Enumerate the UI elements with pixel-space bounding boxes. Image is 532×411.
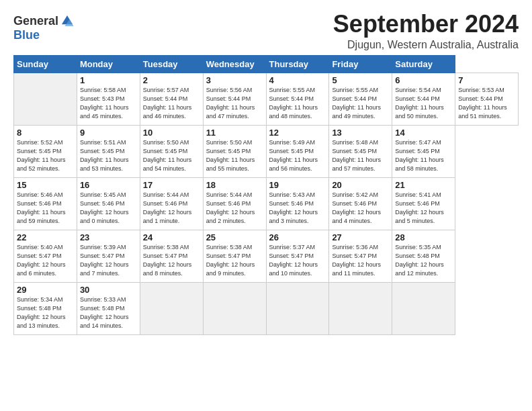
day-number: 14 <box>395 128 452 138</box>
day-info: Sunrise: 5:55 AMSunset: 5:44 PMDaylight:… <box>332 86 389 121</box>
day-info: Sunrise: 5:55 AMSunset: 5:44 PMDaylight:… <box>269 86 326 121</box>
page: General Blue September 2024 Djugun, West… <box>0 0 532 411</box>
day-number: 7 <box>458 75 515 85</box>
day-cell: 16Sunrise: 5:45 AMSunset: 5:46 PMDayligh… <box>77 177 140 230</box>
day-info: Sunrise: 5:43 AMSunset: 5:46 PMDaylight:… <box>269 191 326 226</box>
day-number: 28 <box>395 232 452 242</box>
day-cell: 1Sunrise: 5:58 AMSunset: 5:43 PMDaylight… <box>77 73 140 125</box>
day-cell: 20Sunrise: 5:42 AMSunset: 5:46 PMDayligh… <box>329 177 392 230</box>
day-cell <box>140 282 203 334</box>
calendar-table: SundayMondayTuesdayWednesdayThursdayFrid… <box>13 55 519 335</box>
day-number: 16 <box>80 180 137 190</box>
day-info: Sunrise: 5:57 AMSunset: 5:44 PMDaylight:… <box>143 86 200 121</box>
day-cell: 30Sunrise: 5:33 AMSunset: 5:48 PMDayligh… <box>77 282 140 334</box>
day-number: 24 <box>143 232 200 242</box>
day-info: Sunrise: 5:44 AMSunset: 5:46 PMDaylight:… <box>206 191 263 226</box>
day-number: 27 <box>332 232 389 242</box>
day-cell <box>329 282 392 334</box>
week-row-2: 8Sunrise: 5:52 AMSunset: 5:45 PMDaylight… <box>14 125 519 177</box>
day-cell: 10Sunrise: 5:50 AMSunset: 5:45 PMDayligh… <box>140 125 203 177</box>
day-info: Sunrise: 5:37 AMSunset: 5:47 PMDaylight:… <box>269 243 326 278</box>
day-number: 1 <box>80 75 137 85</box>
day-cell: 4Sunrise: 5:55 AMSunset: 5:44 PMDaylight… <box>266 73 329 125</box>
column-header-tuesday: Tuesday <box>140 55 203 73</box>
day-number: 15 <box>17 180 74 190</box>
day-cell: 21Sunrise: 5:41 AMSunset: 5:46 PMDayligh… <box>392 177 455 230</box>
day-info: Sunrise: 5:38 AMSunset: 5:47 PMDaylight:… <box>206 243 263 278</box>
day-info: Sunrise: 5:53 AMSunset: 5:44 PMDaylight:… <box>458 86 515 121</box>
column-header-monday: Monday <box>77 55 140 73</box>
day-number: 3 <box>206 75 263 85</box>
title-area: September 2024 Djugun, Western Australia… <box>333 11 519 51</box>
day-cell: 18Sunrise: 5:44 AMSunset: 5:46 PMDayligh… <box>203 177 266 230</box>
day-number: 29 <box>17 285 74 295</box>
day-info: Sunrise: 5:47 AMSunset: 5:45 PMDaylight:… <box>395 138 452 173</box>
day-number: 5 <box>332 75 389 85</box>
day-cell <box>392 282 455 334</box>
day-cell: 24Sunrise: 5:38 AMSunset: 5:47 PMDayligh… <box>140 230 203 282</box>
day-info: Sunrise: 5:35 AMSunset: 5:48 PMDaylight:… <box>395 243 452 278</box>
day-info: Sunrise: 5:36 AMSunset: 5:47 PMDaylight:… <box>332 243 389 278</box>
day-info: Sunrise: 5:50 AMSunset: 5:45 PMDaylight:… <box>143 138 200 173</box>
day-info: Sunrise: 5:45 AMSunset: 5:46 PMDaylight:… <box>80 191 137 226</box>
day-number: 21 <box>395 180 452 190</box>
week-row-1: 1Sunrise: 5:58 AMSunset: 5:43 PMDaylight… <box>14 73 519 125</box>
day-number: 13 <box>332 128 389 138</box>
day-cell: 3Sunrise: 5:56 AMSunset: 5:44 PMDaylight… <box>203 73 266 125</box>
logo-general-text: General <box>13 14 58 28</box>
column-header-saturday: Saturday <box>392 55 455 73</box>
day-cell: 11Sunrise: 5:50 AMSunset: 5:45 PMDayligh… <box>203 125 266 177</box>
day-number: 2 <box>143 75 200 85</box>
day-cell <box>203 282 266 334</box>
day-cell: 14Sunrise: 5:47 AMSunset: 5:45 PMDayligh… <box>392 125 455 177</box>
day-cell: 6Sunrise: 5:54 AMSunset: 5:44 PMDaylight… <box>392 73 455 125</box>
day-cell: 17Sunrise: 5:44 AMSunset: 5:46 PMDayligh… <box>140 177 203 230</box>
day-info: Sunrise: 5:33 AMSunset: 5:48 PMDaylight:… <box>80 295 137 330</box>
day-cell: 9Sunrise: 5:51 AMSunset: 5:45 PMDaylight… <box>77 125 140 177</box>
day-info: Sunrise: 5:42 AMSunset: 5:46 PMDaylight:… <box>332 191 389 226</box>
calendar-body: 1Sunrise: 5:58 AMSunset: 5:43 PMDaylight… <box>14 73 519 334</box>
day-info: Sunrise: 5:50 AMSunset: 5:45 PMDaylight:… <box>206 138 263 173</box>
day-cell: 7Sunrise: 5:53 AMSunset: 5:44 PMDaylight… <box>455 73 519 125</box>
day-cell: 19Sunrise: 5:43 AMSunset: 5:46 PMDayligh… <box>266 177 329 230</box>
week-row-5: 29Sunrise: 5:34 AMSunset: 5:48 PMDayligh… <box>14 282 519 334</box>
calendar-header: SundayMondayTuesdayWednesdayThursdayFrid… <box>14 55 519 73</box>
day-info: Sunrise: 5:46 AMSunset: 5:46 PMDaylight:… <box>17 191 74 226</box>
day-number: 26 <box>269 232 326 242</box>
column-header-wednesday: Wednesday <box>203 55 266 73</box>
day-number: 8 <box>17 128 74 138</box>
day-number: 10 <box>143 128 200 138</box>
day-number: 25 <box>206 232 263 242</box>
day-number: 12 <box>269 128 326 138</box>
week-row-4: 22Sunrise: 5:40 AMSunset: 5:47 PMDayligh… <box>14 230 519 282</box>
day-number: 22 <box>17 232 74 242</box>
day-number: 30 <box>80 285 137 295</box>
day-number: 18 <box>206 180 263 190</box>
empty-cell <box>14 73 77 125</box>
day-info: Sunrise: 5:39 AMSunset: 5:47 PMDaylight:… <box>80 243 137 278</box>
header-area: General Blue September 2024 Djugun, West… <box>13 11 519 51</box>
day-info: Sunrise: 5:38 AMSunset: 5:47 PMDaylight:… <box>143 243 200 278</box>
logo: General Blue <box>13 13 75 42</box>
month-title: September 2024 <box>333 11 519 38</box>
header-row: SundayMondayTuesdayWednesdayThursdayFrid… <box>14 55 519 73</box>
day-info: Sunrise: 5:49 AMSunset: 5:45 PMDaylight:… <box>269 138 326 173</box>
day-number: 11 <box>206 128 263 138</box>
day-info: Sunrise: 5:58 AMSunset: 5:43 PMDaylight:… <box>80 86 137 121</box>
day-cell: 12Sunrise: 5:49 AMSunset: 5:45 PMDayligh… <box>266 125 329 177</box>
day-info: Sunrise: 5:54 AMSunset: 5:44 PMDaylight:… <box>395 86 452 121</box>
day-cell: 5Sunrise: 5:55 AMSunset: 5:44 PMDaylight… <box>329 73 392 125</box>
day-cell: 23Sunrise: 5:39 AMSunset: 5:47 PMDayligh… <box>77 230 140 282</box>
day-cell: 2Sunrise: 5:57 AMSunset: 5:44 PMDaylight… <box>140 73 203 125</box>
column-header-thursday: Thursday <box>266 55 329 73</box>
day-number: 19 <box>269 180 326 190</box>
column-header-sunday: Sunday <box>14 55 77 73</box>
day-number: 9 <box>80 128 137 138</box>
day-cell: 28Sunrise: 5:35 AMSunset: 5:48 PMDayligh… <box>392 230 455 282</box>
day-info: Sunrise: 5:44 AMSunset: 5:46 PMDaylight:… <box>143 191 200 226</box>
day-number: 4 <box>269 75 326 85</box>
day-number: 17 <box>143 180 200 190</box>
week-row-3: 15Sunrise: 5:46 AMSunset: 5:46 PMDayligh… <box>14 177 519 230</box>
logo-blue-text: Blue <box>13 28 40 42</box>
day-cell: 26Sunrise: 5:37 AMSunset: 5:47 PMDayligh… <box>266 230 329 282</box>
